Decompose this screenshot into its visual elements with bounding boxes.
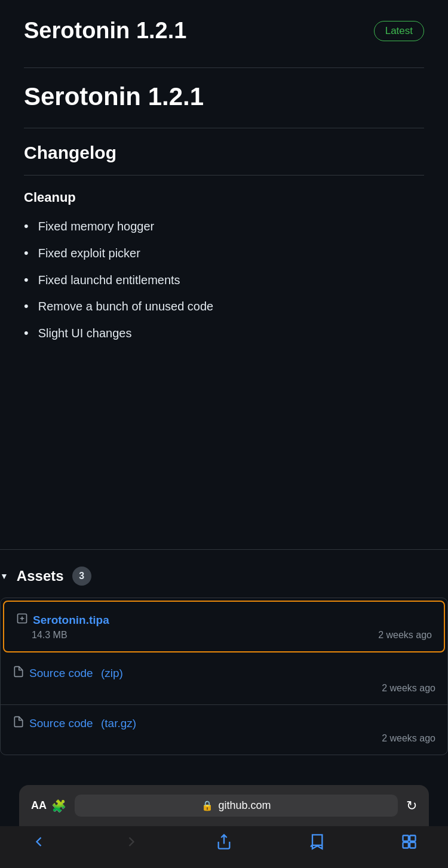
assets-title: Assets [17, 568, 64, 584]
header-divider [24, 67, 424, 68]
asset-meta-targz: 2 weeks ago [13, 733, 435, 744]
asset-targz-type: (tar.gz) [98, 717, 136, 730]
changelog-list: Fixed memory hogger Fixed exploit picker… [24, 217, 424, 343]
assets-header: ▼ Assets 3 [0, 567, 448, 586]
asset-size: 14.3 MB [32, 630, 67, 641]
release-header: Serotonin 1.2.1 Latest [24, 18, 424, 44]
tipa-icon [16, 612, 28, 627]
zip-icon [13, 666, 24, 681]
assets-chevron-icon: ▼ [0, 571, 8, 581]
share-button[interactable] [209, 833, 239, 850]
changelog-title: Changelog [24, 143, 424, 163]
latest-badge: Latest [374, 21, 424, 41]
cleanup-section-title: Cleanup [24, 190, 424, 205]
asset-zip-type: (zip) [98, 667, 123, 680]
aa-text: AA [31, 799, 47, 812]
browser-url-bar[interactable]: 🔒 github.com [75, 795, 398, 817]
reload-icon[interactable]: ↻ [406, 798, 417, 814]
asset-time: 2 weeks ago [378, 630, 432, 641]
name-divider [24, 128, 424, 128]
asset-meta-zip: 2 weeks ago [13, 683, 435, 694]
targz-icon [13, 716, 24, 731]
tabs-button[interactable] [394, 833, 424, 850]
browser-aa[interactable]: AA 🧩 [31, 799, 66, 813]
assets-section: ▼ Assets 3 Serotonin.tipa 14.3 MB 2 week… [0, 549, 448, 755]
asset-item-targz[interactable]: Source code (tar.gz) 2 weeks ago [1, 705, 447, 755]
url-text: github.com [218, 799, 271, 812]
list-item: Remove a bunch of unused code [24, 297, 424, 316]
back-button[interactable] [24, 833, 54, 850]
asset-time-targz: 2 weeks ago [382, 733, 435, 744]
asset-tipa-link[interactable]: Serotonin.tipa [33, 614, 109, 627]
asset-targz-link[interactable]: Source code [29, 717, 93, 730]
svg-rect-4 [403, 842, 409, 848]
assets-count-badge: 3 [72, 567, 91, 586]
asset-name-row-targz: Source code (tar.gz) [13, 716, 435, 731]
release-title: Serotonin 1.2.1 [24, 18, 186, 44]
svg-rect-3 [410, 836, 415, 841]
list-item: Fixed launchd entitlements [24, 271, 424, 290]
asset-meta-tipa: 14.3 MB 2 weeks ago [16, 630, 432, 641]
bookmarks-button[interactable] [302, 833, 332, 850]
svg-rect-2 [403, 836, 409, 841]
release-name: Serotonin 1.2.1 [24, 82, 424, 111]
asset-time-zip: 2 weeks ago [382, 683, 435, 694]
browser-bar: AA 🧩 🔒 github.com ↻ [19, 785, 429, 826]
asset-zip-link[interactable]: Source code [29, 667, 93, 680]
asset-name-row: Serotonin.tipa [16, 612, 432, 627]
browser-bar-wrapper: AA 🧩 🔒 github.com ↻ [0, 773, 448, 826]
asset-name-row-zip: Source code (zip) [13, 666, 435, 681]
asset-item-zip[interactable]: Source code (zip) 2 weeks ago [1, 655, 447, 705]
forward-button[interactable] [116, 833, 146, 850]
assets-list: Serotonin.tipa 14.3 MB 2 weeks ago Sourc… [0, 598, 448, 755]
list-item: Fixed memory hogger [24, 217, 424, 236]
changelog-divider [24, 175, 424, 176]
lock-icon: 🔒 [201, 800, 213, 811]
puzzle-icon: 🧩 [51, 799, 66, 813]
svg-rect-5 [410, 842, 415, 848]
asset-item-tipa[interactable]: Serotonin.tipa 14.3 MB 2 weeks ago [3, 601, 445, 652]
list-item: Slight UI changes [24, 324, 424, 343]
list-item: Fixed exploit picker [24, 244, 424, 263]
bottom-nav [0, 826, 448, 868]
